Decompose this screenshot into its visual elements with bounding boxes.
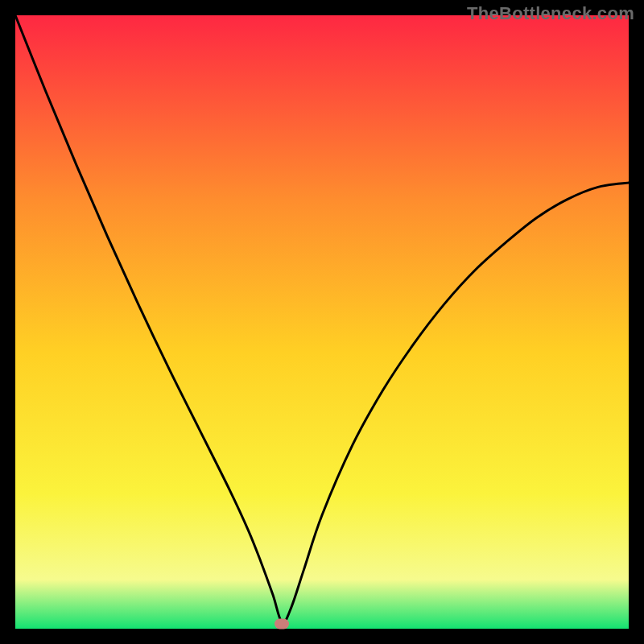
watermark-text: TheBottleneck.com — [467, 3, 634, 24]
chart-svg — [15, 15, 629, 629]
gradient-background — [15, 15, 629, 629]
chart-frame: TheBottleneck.com — [0, 0, 644, 644]
optimal-point-marker — [275, 618, 289, 629]
plot-area — [15, 15, 629, 629]
